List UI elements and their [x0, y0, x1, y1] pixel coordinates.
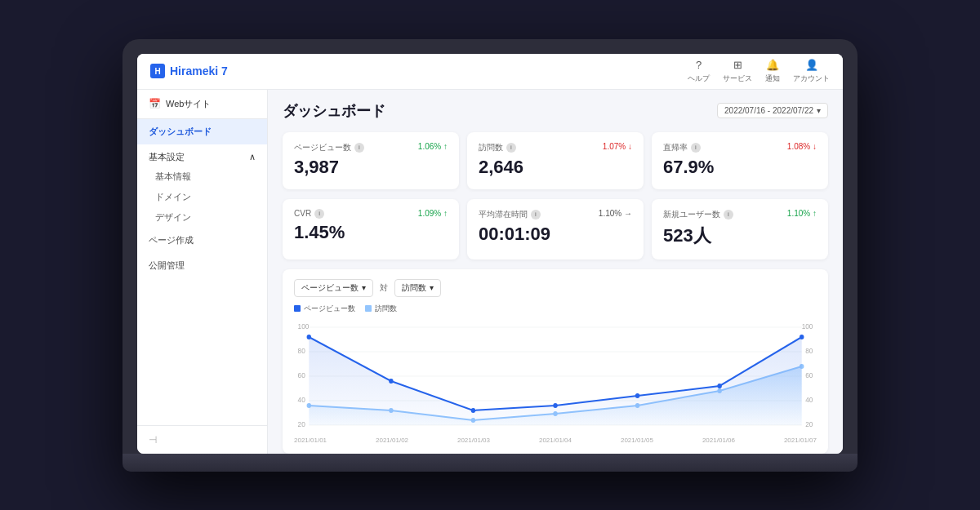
collapse-icon: ⊣ — [149, 434, 157, 446]
chart-title-text: ページビュー数 — [301, 282, 359, 294]
svg-text:20: 20 — [298, 419, 305, 428]
svg-point-23 — [389, 379, 393, 384]
chart-svg: 100 80 60 40 20 100 80 60 40 20 — [294, 319, 817, 433]
sidebar: 📅 Webサイト ダッシュボード 基本設定 ∧ 基本情報 ドメイン — [137, 90, 268, 454]
app: H Hirameki 7 ? ヘルプ ⊞ サービス 🔔 通知 — [137, 54, 843, 454]
laptop-screen: H Hirameki 7 ? ヘルプ ⊞ サービス 🔔 通知 — [137, 54, 843, 454]
stat-card-pageviews: ページビュー数 i 3,987 1.06% ↑ — [283, 132, 459, 189]
stat-card-visits: 訪問数 i 2,646 1.07% ↓ — [467, 132, 644, 189]
svg-point-27 — [717, 384, 721, 388]
legend-color-pageviews — [294, 305, 301, 312]
stat-label-pageviews: ページビュー数 i — [294, 142, 364, 153]
top-nav: ? ヘルプ ⊞ サービス 🔔 通知 👤 アカウント — [688, 59, 830, 84]
stat-change-cvr: 1.09% ↑ — [418, 209, 448, 218]
account-icon: 👤 — [805, 59, 818, 72]
main-layout: 📅 Webサイト ダッシュボード 基本設定 ∧ 基本情報 ドメイン — [137, 90, 843, 454]
service-icon: ⊞ — [731, 59, 744, 72]
svg-point-25 — [553, 403, 557, 408]
stat-label-visits: 訪問数 i — [479, 142, 523, 153]
chart-legend: ページビュー数 訪問数 — [294, 304, 817, 314]
chart-header: ページビュー数 ▾ 対 訪問数 ▾ — [294, 279, 817, 297]
vs-label: 対 — [380, 282, 388, 294]
chart-label-2: 2021/01/03 — [457, 437, 490, 444]
chart-label-6: 2021/01/07 — [784, 437, 817, 444]
svg-text:20: 20 — [805, 419, 813, 428]
legend-item-visits: 訪問数 — [365, 304, 397, 314]
chart-area: 100 80 60 40 20 100 80 60 40 20 — [294, 319, 817, 433]
nav-service[interactable]: ⊞ サービス — [723, 59, 752, 84]
laptop-outer: H Hirameki 7 ? ヘルプ ⊞ サービス 🔔 通知 — [122, 39, 858, 472]
top-bar: H Hirameki 7 ? ヘルプ ⊞ サービス 🔔 通知 — [137, 54, 843, 90]
sidebar-item-domain[interactable]: ドメイン — [137, 187, 267, 207]
sidebar-item-dashboard[interactable]: ダッシュボード — [137, 119, 267, 144]
svg-point-28 — [800, 335, 804, 339]
chart-label-1: 2021/01/02 — [376, 437, 408, 444]
chart-label-4: 2021/01/05 — [621, 437, 653, 444]
chart-label-0: 2021/01/01 — [294, 437, 327, 444]
compare-label-text: 訪問数 — [402, 282, 426, 294]
stat-value-visits: 2,646 — [479, 157, 523, 178]
calendar-icon: 📅 — [149, 98, 161, 109]
svg-text:40: 40 — [805, 395, 813, 403]
nav-help[interactable]: ? ヘルプ — [688, 59, 710, 84]
chart-section: ページビュー数 ▾ 対 訪問数 ▾ ペ — [283, 269, 828, 454]
stat-label-newusers: 新規ユーザー数 i — [663, 209, 733, 220]
stat-card-bounce: 直帰率 i 67.9% 1.08% ↓ — [652, 132, 828, 189]
date-range-text: 2022/07/16 - 2022/07/22 — [724, 106, 813, 115]
svg-point-22 — [307, 335, 311, 339]
stat-value-newusers: 523人 — [663, 224, 733, 248]
stat-change-pageviews: 1.06% ↑ — [418, 142, 448, 151]
help-icon: ? — [693, 59, 706, 72]
date-range-picker[interactable]: 2022/07/16 - 2022/07/22 ▾ — [717, 103, 828, 118]
stat-value-cvr: 1.45% — [294, 222, 345, 243]
logo-icon: H — [150, 64, 165, 78]
stat-label-avgtime: 平均滞在時間 i — [479, 209, 550, 220]
stat-value-pageviews: 3,987 — [294, 157, 364, 178]
sidebar-website: 📅 Webサイト — [137, 90, 267, 119]
info-icon: i — [354, 143, 364, 153]
sidebar-collapse[interactable]: ⊣ — [137, 425, 267, 454]
chart-label-3: 2021/01/04 — [539, 437, 572, 444]
page-header: ダッシュボード 2022/07/16 - 2022/07/22 ▾ — [283, 101, 828, 121]
stat-card-newusers: 新規ユーザー数 i 523人 1.10% ↑ — [652, 199, 828, 259]
laptop-base — [122, 454, 858, 472]
chart-label-5: 2021/01/06 — [702, 437, 735, 444]
sidebar-section-basic: 基本設定 ∧ — [137, 144, 267, 166]
chart-x-labels: 2021/01/01 2021/01/02 2021/01/03 2021/01… — [294, 437, 817, 444]
svg-text:80: 80 — [805, 346, 813, 354]
chevron-up-icon: ∧ — [249, 152, 256, 162]
chart-metric-selector[interactable]: ページビュー数 ▾ — [294, 279, 373, 297]
info-icon-visits: i — [506, 143, 516, 153]
svg-point-24 — [471, 408, 475, 413]
info-icon-cvr: i — [314, 209, 324, 219]
stat-cards-row1: ページビュー数 i 3,987 1.06% ↑ — [283, 132, 828, 189]
stat-change-bounce: 1.08% ↓ — [787, 142, 817, 151]
main-content: ダッシュボード 2022/07/16 - 2022/07/22 ▾ — [268, 90, 843, 454]
svg-point-26 — [635, 393, 639, 398]
sidebar-item-basic-info[interactable]: 基本情報 — [137, 166, 267, 187]
stat-value-bounce: 67.9% — [663, 157, 714, 178]
stat-value-avgtime: 00:01:09 — [479, 224, 550, 245]
nav-account[interactable]: 👤 アカウント — [793, 59, 830, 84]
stat-change-newusers: 1.10% ↑ — [787, 209, 817, 218]
chart-compare-selector[interactable]: 訪問数 ▾ — [394, 279, 441, 297]
stat-card-avgtime: 平均滞在時間 i 00:01:09 1.10% → — [467, 199, 644, 259]
nav-notification[interactable]: 🔔 通知 — [765, 59, 780, 84]
dropdown-arrow-icon2: ▾ — [430, 283, 434, 292]
svg-text:60: 60 — [805, 370, 813, 379]
notification-icon: 🔔 — [766, 59, 779, 72]
chevron-down-icon: ▾ — [817, 106, 821, 115]
legend-item-pageviews: ページビュー数 — [294, 304, 355, 314]
info-icon-bounce: i — [691, 143, 701, 153]
sidebar-item-page-create[interactable]: ページ作成 — [137, 228, 267, 253]
dropdown-arrow-icon: ▾ — [362, 283, 366, 292]
stat-change-visits: 1.07% ↓ — [603, 142, 632, 151]
sidebar-item-publish[interactable]: 公開管理 — [137, 253, 267, 278]
sidebar-item-design[interactable]: デザイン — [137, 207, 267, 228]
svg-text:80: 80 — [298, 346, 305, 354]
page-title: ダッシュボード — [283, 101, 385, 121]
svg-text:100: 100 — [802, 322, 813, 330]
logo-text: Hirameki 7 — [170, 64, 228, 78]
logo: H Hirameki 7 — [150, 64, 228, 78]
legend-color-visits — [365, 305, 372, 312]
